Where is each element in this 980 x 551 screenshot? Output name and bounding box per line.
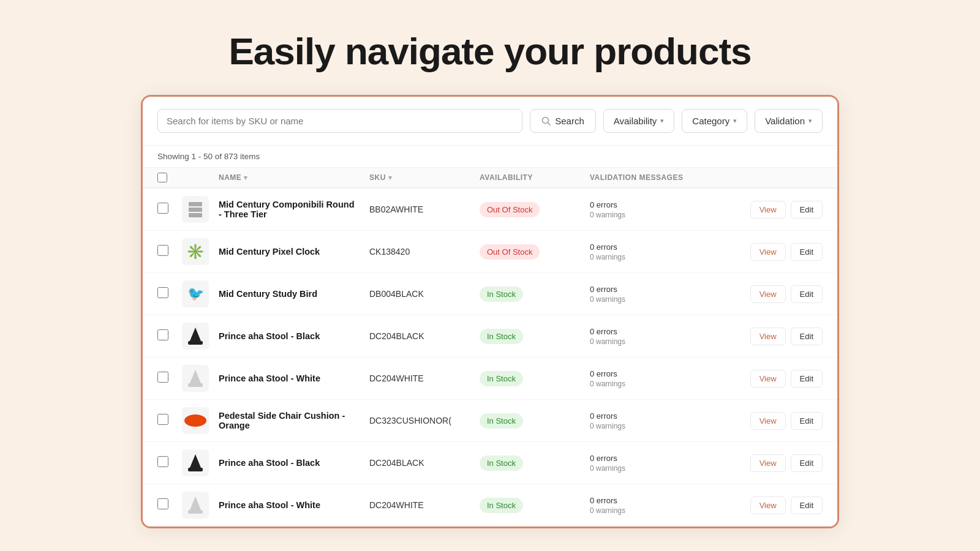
validation-filter[interactable]: Validation ▾ xyxy=(755,109,823,133)
table-row: Mid Century Componibili Round - Three Ti… xyxy=(143,189,837,231)
product-thumb xyxy=(182,323,209,350)
product-thumb: 🐦 xyxy=(182,280,209,307)
validation-errors: 0 errors xyxy=(590,411,725,421)
table-body: Mid Century Componibili Round - Three Ti… xyxy=(143,189,837,527)
product-thumb-stool-white xyxy=(188,497,203,514)
edit-button[interactable]: Edit xyxy=(791,285,823,303)
view-button[interactable]: View xyxy=(750,497,786,514)
table-row: Pedestal Side Chair Cushion - Orange DC3… xyxy=(143,400,837,442)
product-name: Prince aha Stool - Black xyxy=(219,458,369,468)
view-button[interactable]: View xyxy=(750,328,786,345)
availability-filter[interactable]: Availability ▾ xyxy=(603,109,675,133)
validation-warnings: 0 warnings xyxy=(590,464,725,473)
th-actions xyxy=(725,173,823,182)
validation-warnings: 0 warnings xyxy=(590,422,725,430)
th-thumb xyxy=(182,173,219,182)
category-filter[interactable]: Category ▾ xyxy=(682,109,747,133)
th-checkbox xyxy=(157,173,182,182)
edit-button[interactable]: Edit xyxy=(791,201,823,219)
product-name: Mid Century Componibili Round - Three Ti… xyxy=(219,200,369,219)
view-button[interactable]: View xyxy=(750,412,786,430)
availability-cell: Out Of Stock xyxy=(480,202,590,217)
edit-button[interactable]: Edit xyxy=(791,370,823,388)
view-button[interactable]: View xyxy=(750,454,786,472)
toolbar: Search Availability ▾ Category ▾ Validat… xyxy=(143,97,837,146)
name-sort-icon: ▾ xyxy=(244,174,248,182)
product-name: Pedestal Side Chair Cushion - Orange xyxy=(219,411,369,430)
results-info: Showing 1 - 50 of 873 items xyxy=(143,146,837,168)
edit-button[interactable]: Edit xyxy=(791,328,823,345)
search-button[interactable]: Search xyxy=(530,109,596,133)
table-row: Prince aha Stool - Black DC204BLACK In S… xyxy=(143,442,837,484)
view-button[interactable]: View xyxy=(750,201,786,219)
product-thumb xyxy=(182,196,209,223)
product-name: Mid Century Pixel Clock xyxy=(219,247,369,257)
table-row: 🐦 Mid Century Study Bird DB004BLACK In S… xyxy=(143,273,837,315)
row-checkbox-cell xyxy=(157,329,182,343)
select-all-checkbox[interactable] xyxy=(157,173,167,182)
row-checkbox-cell xyxy=(157,372,182,385)
validation-cell: 0 errors 0 warnings xyxy=(590,411,725,430)
row-checkbox-cell xyxy=(157,245,182,258)
product-name: Mid Century Study Bird xyxy=(219,289,369,299)
edit-button[interactable]: Edit xyxy=(791,243,823,261)
availability-cell: In Stock xyxy=(480,413,590,429)
edit-button[interactable]: Edit xyxy=(791,412,823,430)
table-row: ✳️ Mid Century Pixel Clock CK138420 Out … xyxy=(143,231,837,273)
sku-cell: DC204WHITE xyxy=(369,500,480,510)
row-checkbox[interactable] xyxy=(157,372,168,383)
product-thumb-stool-black xyxy=(188,454,203,471)
validation-cell: 0 errors 0 warnings xyxy=(590,200,725,219)
validation-warnings: 0 warnings xyxy=(590,337,725,346)
view-button[interactable]: View xyxy=(750,285,786,303)
row-checkbox-cell xyxy=(157,498,182,512)
row-checkbox-cell xyxy=(157,456,182,470)
validation-cell: 0 errors 0 warnings xyxy=(590,327,725,346)
edit-button[interactable]: Edit xyxy=(791,497,823,514)
validation-errors: 0 errors xyxy=(590,454,725,463)
availability-badge: Out Of Stock xyxy=(480,244,540,260)
row-checkbox[interactable] xyxy=(157,498,168,509)
validation-errors: 0 errors xyxy=(590,369,725,378)
availability-badge: Out Of Stock xyxy=(480,202,540,217)
row-checkbox[interactable] xyxy=(157,203,168,214)
row-checkbox[interactable] xyxy=(157,456,168,467)
th-sku: SKU ▾ xyxy=(369,173,480,182)
row-checkbox[interactable] xyxy=(157,414,168,425)
edit-button[interactable]: Edit xyxy=(791,454,823,472)
availability-badge: In Stock xyxy=(480,371,523,386)
row-checkbox[interactable] xyxy=(157,287,168,298)
validation-warnings: 0 warnings xyxy=(590,253,725,261)
validation-cell: 0 errors 0 warnings xyxy=(590,285,725,304)
row-checkbox[interactable] xyxy=(157,245,168,256)
validation-cell: 0 errors 0 warnings xyxy=(590,496,725,515)
sku-cell: DC323CUSHIONOR( xyxy=(369,416,480,425)
availability-cell: Out Of Stock xyxy=(480,244,590,260)
product-thumb xyxy=(182,365,209,392)
sku-sort-icon: ▾ xyxy=(388,174,393,182)
row-checkbox[interactable] xyxy=(157,329,168,340)
view-button[interactable]: View xyxy=(750,370,786,388)
validation-errors: 0 errors xyxy=(590,496,725,505)
validation-warnings: 0 warnings xyxy=(590,380,725,388)
sku-cell: DC204BLACK xyxy=(369,331,480,341)
availability-badge: In Stock xyxy=(480,287,523,302)
chevron-down-icon: ▾ xyxy=(809,117,812,125)
validation-cell: 0 errors 0 warnings xyxy=(590,242,725,261)
validation-cell: 0 errors 0 warnings xyxy=(590,454,725,473)
product-thumb-stool-black xyxy=(188,328,203,345)
validation-warnings: 0 warnings xyxy=(590,506,725,515)
product-thumb-shelf xyxy=(189,202,202,217)
actions-cell: View Edit xyxy=(725,370,823,388)
view-button[interactable]: View xyxy=(750,243,786,261)
availability-cell: In Stock xyxy=(480,371,590,386)
validation-errors: 0 errors xyxy=(590,285,725,294)
search-icon xyxy=(541,116,551,126)
product-thumb xyxy=(182,492,209,519)
availability-cell: In Stock xyxy=(480,287,590,302)
validation-errors: 0 errors xyxy=(590,327,725,336)
actions-cell: View Edit xyxy=(725,454,823,472)
search-input[interactable] xyxy=(167,116,513,126)
actions-cell: View Edit xyxy=(725,285,823,303)
table-row: Prince aha Stool - White DC204WHITE In S… xyxy=(143,484,837,527)
